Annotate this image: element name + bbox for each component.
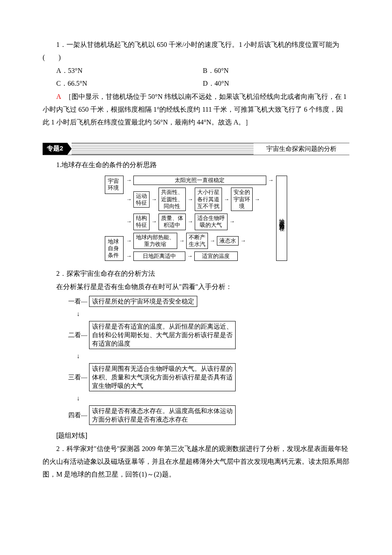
q1-choice-C: C．66.5°N (56, 77, 203, 90)
arrow-right-icon: → (126, 253, 132, 260)
q1-choices: A．53°N B．60°N C．66.5°N D．40°N (56, 64, 349, 90)
d1-row3-c: 适合生物呼 吸的大气 (195, 214, 228, 230)
q2-stem: 2．科学家对"信使号"探测器 2009 年第三次飞越水星的观测数据进行了分析，发… (43, 442, 349, 481)
d1-row3-b: 质量、体 积适中 (159, 214, 186, 230)
topic2-banner: 专题2 宇宙生命探索问题的分析 (43, 143, 349, 155)
topic2-title: 宇宙生命探索问题的分析 (254, 143, 349, 155)
arrow-down-icon: ↓ (77, 352, 349, 360)
arrow-down-icon: ↓ (77, 309, 349, 318)
d1-row4-a: 地球内部热能、 重力收缩 (133, 233, 177, 249)
d1-row2-a: 运动 特征 (133, 191, 150, 208)
d1-row2-b: 共面性、 近圆性、 同向性 (159, 188, 186, 211)
q1-choice-B: B．60°N (203, 64, 349, 77)
arrow-right-icon: → (187, 218, 193, 225)
section2-title: 2．探索宇宙生命存在的分析方法 (43, 267, 349, 280)
look4-label: 四看— (68, 411, 87, 419)
diagram1: 宇宙 环境 地球 自身 条件 → 太阳光照一直很稳定 → → 运动 特征 → 共… (43, 176, 349, 261)
arrow-down-icon: ↓ (77, 394, 349, 402)
arrow-right-icon: → (187, 196, 193, 203)
look4-box: 该行星是否有液态水存在。从温度高低和水体运动方面分析该行星是否有液态水存在 (89, 405, 236, 425)
arrow-right-icon: → (151, 218, 157, 225)
q1-explanation-row: A［图中显示，甘德机场位于 50°N 纬线以南不远处，如果该飞机沿经线向北或者向… (43, 90, 349, 129)
q1-stem: 1．一架从甘德机场起飞的飞机以 650 千米/小时的速度飞行。1 小时后该飞机的… (43, 38, 349, 64)
d1-row1-a: 太阳光照一直很稳定 (133, 176, 266, 185)
arrow-right-icon: → (151, 196, 157, 203)
q1-explanation: ［图中显示，甘德机场位于 50°N 纬线以南不远处，如果该飞机沿经线向北或者向南… (43, 93, 347, 126)
d1-row4-c: 液态水 (217, 236, 239, 246)
arrow-right-icon: → (126, 177, 132, 184)
look3-box: 该行星周围有无适合生物呼吸的大气。从该行星的体积、质量和大气演化方面分析该行星是… (89, 363, 236, 392)
d1-row5-b: 适宜的温度 (194, 251, 238, 261)
arrow-right-icon: → (126, 218, 132, 225)
arrow-right-icon: → (229, 218, 235, 225)
arrow-right-icon: → (240, 237, 246, 244)
arrow-right-icon: → (126, 237, 132, 244)
section1-title: 1.地球存在生命的条件的分析思路 (43, 159, 349, 171)
arrow-right-icon: → (254, 196, 260, 203)
arrow-right-icon: → (187, 253, 193, 260)
d1-row2-c: 大小行星 各行其道 互不干扰 (195, 188, 222, 211)
look2-box: 该行星是否有适宜的温度。从距恒星的距离远近、自转和公转周期长短、大气层方面分析该… (89, 321, 236, 350)
diagram2: 一看— 该行星所处的宇宙环境是否安全稳定 ↓ 二看— 该行星是否有适宜的温度。从… (68, 296, 349, 425)
d1-row3-a: 结构 特征 (133, 214, 150, 230)
d1-left-self: 地球 自身 条件 (105, 236, 124, 261)
topic2-label-arrow (67, 143, 72, 155)
topic2-label: 专题2 (43, 143, 67, 155)
d1-left-env: 宇宙 环境 (105, 176, 124, 194)
topic2-spacer (72, 143, 254, 155)
look2-label: 二看— (68, 331, 87, 339)
look1-label: 一看— (68, 297, 87, 306)
arrow-right-icon: → (179, 237, 184, 244)
d1-row4-b: 不断产 生水汽 (186, 233, 208, 249)
section2-intro: 在分析某行星是否有生命物质存在时可从"四看"入手分析： (43, 280, 349, 293)
q1-choice-A: A．53°N (56, 64, 203, 77)
arrow-right-icon: → (268, 177, 274, 184)
d1-right: 地球上有生命物质存在 (276, 176, 287, 261)
d1-row2-d: 安全的 宇宙环 境 (231, 188, 253, 211)
q1-answer-letter: A (56, 93, 61, 100)
arrow-right-icon: → (126, 196, 132, 203)
q1-choice-D: D．40°N (203, 77, 349, 90)
d1-row5-a: 日地距离适中 (133, 251, 185, 261)
look3-label: 三看— (68, 373, 87, 382)
arrow-right-icon: → (224, 196, 229, 203)
practice-label: [题组对练] (43, 429, 349, 442)
arrow-right-icon: → (210, 237, 215, 244)
look1-box: 该行星所处的宇宙环境是否安全稳定 (89, 296, 197, 307)
